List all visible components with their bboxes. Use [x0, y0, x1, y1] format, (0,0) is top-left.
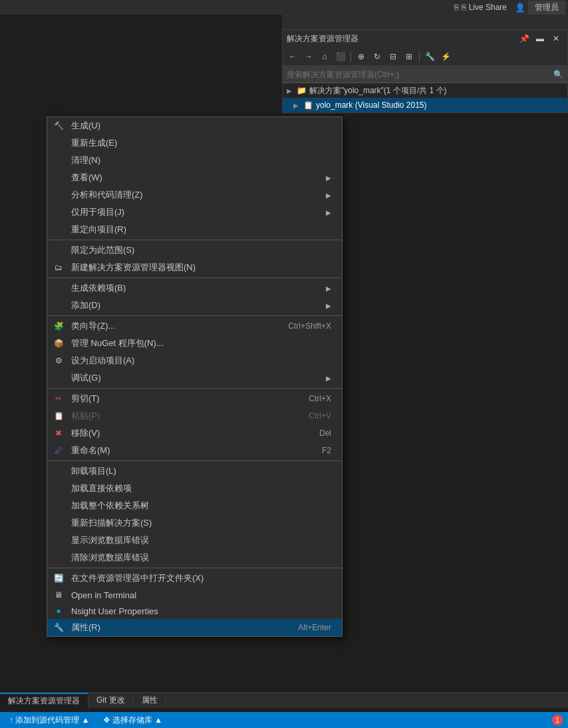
- cm-class-wizard-shortcut: Ctrl+Shift+X: [288, 321, 331, 331]
- se-search-icon: 🔍: [553, 70, 563, 79]
- cm-class-wizard-label: 类向导(Z)...: [71, 320, 283, 332]
- cm-terminal-icon: 🖥: [53, 589, 65, 601]
- se-project-item[interactable]: ▶ 📋 yolo_mark (Visual Studio 2015): [283, 98, 567, 112]
- live-share-label: ⎘ Live Share: [462, 3, 507, 12]
- cm-item-nsight[interactable]: ● Nsight User Properties: [47, 603, 342, 619]
- cm-item-open-explorer[interactable]: 🔄 在文件资源管理器中打开文件夹(X): [47, 570, 342, 587]
- se-vs-button[interactable]: ⬛: [333, 49, 348, 64]
- cm-item-properties[interactable]: 🔧 属性(R) Alt+Enter: [47, 619, 342, 636]
- tab-properties[interactable]: 属性: [134, 693, 166, 709]
- se-home-button[interactable]: ⌂: [317, 49, 332, 64]
- se-title: 解决方案资源管理器: [287, 33, 358, 45]
- se-solution-label: 解决方案"yolo_mark"(1 个项目/共 1 个): [309, 85, 563, 96]
- cm-item-scope[interactable]: 限定为此范围(S): [47, 242, 342, 259]
- cm-sep-1: [47, 240, 342, 240]
- cm-sep-6: [47, 568, 342, 568]
- tab-git-changes-label: Git 更改: [96, 695, 125, 706]
- cm-sep-4: [47, 388, 342, 389]
- cm-item-set-startup[interactable]: ⚙ 设为启动项目(A): [47, 352, 342, 369]
- cm-item-build[interactable]: 🔨 生成(U): [47, 117, 342, 134]
- cm-clear-db-errors-label: 清除浏览数据库错误: [71, 552, 331, 564]
- cm-build-icon: 🔨: [53, 120, 65, 132]
- live-share-icon: ⎘: [454, 3, 459, 12]
- cm-debug-arrow: ▶: [326, 375, 331, 382]
- tab-solution-explorer[interactable]: 解决方案资源管理器: [0, 693, 88, 709]
- cm-nsight-label: Nsight User Properties: [71, 606, 331, 616]
- cm-clean-label: 清理(N): [71, 154, 331, 166]
- se-settings-button[interactable]: ⚡: [438, 49, 453, 64]
- admin-button[interactable]: 管理员: [528, 1, 565, 15]
- cm-project-only-label: 仅用于项目(J): [71, 206, 321, 218]
- cm-startup-icon: ⚙: [53, 355, 65, 367]
- cm-item-add[interactable]: 添加(D) ▶: [47, 297, 342, 314]
- cm-item-build-deps[interactable]: 生成依赖项(B) ▶: [47, 279, 342, 297]
- cm-cut-shortcut: Ctrl+X: [309, 394, 331, 403]
- se-filter-button[interactable]: 🔧: [422, 49, 437, 64]
- cm-open-terminal-label: Open in Terminal: [71, 590, 331, 600]
- cm-nsight-icon: ●: [53, 605, 65, 617]
- cm-item-cut[interactable]: ✂ 剪切(T) Ctrl+X: [47, 390, 342, 407]
- se-show-all-button[interactable]: ⊞: [402, 49, 416, 64]
- se-tree: ▶ 📁 解决方案"yolo_mark"(1 个项目/共 1 个) ▶ 📋 yol…: [283, 83, 567, 112]
- cm-item-load-direct[interactable]: 加载直接依赖项: [47, 480, 342, 497]
- status-bar: ↑ 添加到源代码管理 ▲ ❖ 选择存储库 ▲ 1: [0, 712, 568, 728]
- se-pin-button[interactable]: 📌: [517, 31, 531, 46]
- cm-item-load-all[interactable]: 加载整个依赖关系树: [47, 497, 342, 514]
- cm-project-only-arrow: ▶: [326, 209, 331, 216]
- cm-add-label: 添加(D): [71, 299, 321, 311]
- se-search-input[interactable]: [287, 70, 553, 79]
- cm-item-analyze[interactable]: 分析和代码清理(Z) ▶: [47, 186, 342, 204]
- se-search-bar: 🔍: [283, 66, 567, 83]
- cm-item-class-wizard[interactable]: 🧩 类向导(Z)... Ctrl+Shift+X: [47, 317, 342, 335]
- cm-paste-shortcut: Ctrl+V: [309, 411, 331, 421]
- cm-properties-label: 属性(R): [71, 622, 293, 634]
- se-forward-button[interactable]: →: [301, 49, 316, 64]
- cm-rebuild-label: 重新生成(E): [71, 137, 331, 149]
- cm-remove-shortcut: Del: [319, 429, 331, 438]
- cm-unload-label: 卸载项目(L): [71, 465, 331, 477]
- cm-item-new-se-view[interactable]: 🗂 新建解决方案资源管理器视图(N): [47, 259, 342, 276]
- se-close-button[interactable]: ✕: [549, 31, 563, 46]
- se-minimize-button[interactable]: ▬: [533, 31, 547, 46]
- cm-item-rebuild[interactable]: 重新生成(E): [47, 134, 342, 152]
- add-to-source-control[interactable]: ↑ 添加到源代码管理 ▲: [5, 712, 94, 728]
- cm-view-label: 查看(W): [71, 172, 321, 184]
- se-sync-button[interactable]: ⊕: [354, 49, 368, 64]
- cm-item-unload[interactable]: 卸载项目(L): [47, 462, 342, 480]
- live-share-button[interactable]: ⎘ ⎘ Live Share: [449, 1, 512, 13]
- cm-remove-icon: ✖: [53, 427, 65, 439]
- cm-item-rescan[interactable]: 重新扫描解决方案(S): [47, 514, 342, 532]
- cm-item-retarget[interactable]: 重定向项目(R): [47, 221, 342, 238]
- se-solution-arrow: ▶: [287, 87, 293, 94]
- cm-item-remove[interactable]: ✖ 移除(V) Del: [47, 425, 342, 442]
- cm-item-show-db-errors[interactable]: 显示浏览数据库错误: [47, 532, 342, 549]
- bottom-tab-bar: 解决方案资源管理器 Git 更改 属性: [0, 692, 568, 708]
- cm-sep-5: [47, 460, 342, 461]
- cm-new-se-icon: 🗂: [53, 262, 65, 273]
- cm-item-paste[interactable]: 📋 粘贴(P) Ctrl+V: [47, 407, 342, 425]
- cm-item-view[interactable]: 查看(W) ▶: [47, 169, 342, 186]
- tab-git-changes[interactable]: Git 更改: [88, 693, 134, 709]
- notification-badge[interactable]: 1: [552, 715, 563, 725]
- cm-cut-label: 剪切(T): [71, 393, 303, 405]
- cm-item-clean[interactable]: 清理(N): [47, 152, 342, 169]
- cm-item-rename[interactable]: 🖊 重命名(M) F2: [47, 442, 342, 459]
- cm-rename-shortcut: F2: [322, 446, 331, 455]
- cm-cut-icon: ✂: [53, 393, 65, 405]
- add-to-source-label: ↑ 添加到源代码管理 ▲: [9, 715, 90, 726]
- cm-sep-2: [47, 277, 342, 278]
- cm-item-open-terminal[interactable]: 🖥 Open in Terminal: [47, 587, 342, 603]
- cm-item-project-only[interactable]: 仅用于项目(J) ▶: [47, 204, 342, 221]
- cm-item-clear-db-errors[interactable]: 清除浏览数据库错误: [47, 549, 342, 566]
- cm-load-direct-label: 加载直接依赖项: [71, 482, 331, 494]
- cm-item-debug[interactable]: 调试(G) ▶: [47, 369, 342, 387]
- se-back-button[interactable]: ←: [285, 49, 300, 64]
- cm-item-nuget[interactable]: 📦 管理 NuGet 程序包(N)...: [47, 335, 342, 352]
- se-collapse-button[interactable]: ⊟: [386, 49, 400, 64]
- select-repo[interactable]: ❖ 选择存储库 ▲: [99, 712, 167, 728]
- se-solution-item[interactable]: ▶ 📁 解决方案"yolo_mark"(1 个项目/共 1 个): [283, 83, 567, 98]
- se-toolbar-sep2: [419, 51, 420, 62]
- se-refresh-button[interactable]: ↻: [370, 49, 384, 64]
- cm-new-se-label: 新建解决方案资源管理器视图(N): [71, 262, 331, 273]
- cm-nuget-icon: 📦: [53, 337, 65, 349]
